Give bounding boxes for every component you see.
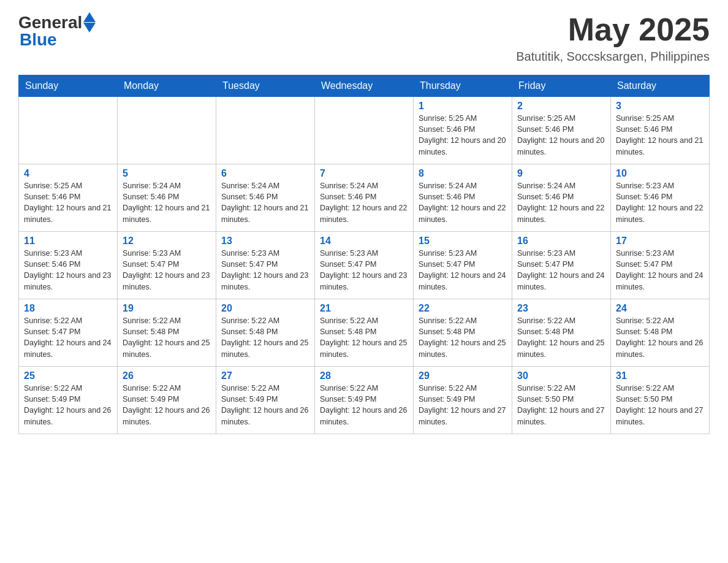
calendar-table: SundayMondayTuesdayWednesdayThursdayFrid… [18,75,710,434]
day-info: Sunrise: 5:23 AM Sunset: 5:47 PM Dayligh… [419,248,507,293]
calendar-cell: 19Sunrise: 5:22 AM Sunset: 5:48 PM Dayli… [118,299,216,367]
day-number: 22 [419,303,507,314]
day-number: 10 [616,168,704,179]
calendar-cell: 20Sunrise: 5:22 AM Sunset: 5:48 PM Dayli… [216,299,315,367]
calendar-cell: 29Sunrise: 5:22 AM Sunset: 5:49 PM Dayli… [414,367,512,434]
day-info: Sunrise: 5:22 AM Sunset: 5:48 PM Dayligh… [616,315,704,360]
day-number: 24 [616,303,704,314]
calendar-cell: 26Sunrise: 5:22 AM Sunset: 5:49 PM Dayli… [118,367,216,434]
calendar-cell: 18Sunrise: 5:22 AM Sunset: 5:47 PM Dayli… [19,299,118,367]
weekday-header-sunday: Sunday [19,75,118,97]
day-number: 2 [517,101,605,112]
day-number: 27 [221,370,309,381]
calendar-row-2: 4Sunrise: 5:25 AM Sunset: 5:46 PM Daylig… [19,164,710,232]
day-info: Sunrise: 5:22 AM Sunset: 5:50 PM Dayligh… [616,383,704,427]
day-info: Sunrise: 5:22 AM Sunset: 5:49 PM Dayligh… [419,383,507,427]
day-info: Sunrise: 5:23 AM Sunset: 5:46 PM Dayligh… [616,180,704,225]
day-number: 5 [123,168,211,179]
calendar-cell: 9Sunrise: 5:24 AM Sunset: 5:46 PM Daylig… [512,164,611,232]
day-number: 7 [320,168,408,179]
calendar-cell [216,97,315,164]
day-number: 8 [419,168,507,179]
day-number: 25 [24,370,112,381]
calendar-cell: 4Sunrise: 5:25 AM Sunset: 5:46 PM Daylig… [19,164,118,232]
day-info: Sunrise: 5:22 AM Sunset: 5:48 PM Dayligh… [123,315,211,360]
calendar-cell: 1Sunrise: 5:25 AM Sunset: 5:46 PM Daylig… [414,97,512,164]
calendar-cell: 8Sunrise: 5:24 AM Sunset: 5:46 PM Daylig… [414,164,512,232]
month-year-title: May 2025 [516,12,710,47]
day-number: 19 [123,303,211,314]
day-number: 20 [221,303,309,314]
calendar-cell: 3Sunrise: 5:25 AM Sunset: 5:46 PM Daylig… [611,97,710,164]
day-number: 28 [320,370,408,381]
day-number: 15 [419,236,507,247]
day-number: 13 [221,236,309,247]
day-number: 30 [517,370,605,381]
day-number: 16 [517,236,605,247]
day-info: Sunrise: 5:22 AM Sunset: 5:47 PM Dayligh… [24,315,112,360]
day-info: Sunrise: 5:22 AM Sunset: 5:49 PM Dayligh… [123,383,211,427]
day-info: Sunrise: 5:23 AM Sunset: 5:46 PM Dayligh… [24,248,112,293]
day-info: Sunrise: 5:25 AM Sunset: 5:46 PM Dayligh… [24,180,112,225]
calendar-row-4: 18Sunrise: 5:22 AM Sunset: 5:47 PM Dayli… [19,299,710,367]
calendar-cell: 2Sunrise: 5:25 AM Sunset: 5:46 PM Daylig… [512,97,611,164]
calendar-cell: 13Sunrise: 5:23 AM Sunset: 5:47 PM Dayli… [216,232,315,299]
location-subtitle: Batutitik, Soccsksargen, Philippines [516,50,710,64]
calendar-cell: 23Sunrise: 5:22 AM Sunset: 5:48 PM Dayli… [512,299,611,367]
calendar-cell: 28Sunrise: 5:22 AM Sunset: 5:49 PM Dayli… [315,367,414,434]
day-info: Sunrise: 5:22 AM Sunset: 5:48 PM Dayligh… [517,315,605,360]
day-number: 14 [320,236,408,247]
day-info: Sunrise: 5:25 AM Sunset: 5:46 PM Dayligh… [616,113,704,158]
logo-blue-text: Blue [20,30,57,50]
day-info: Sunrise: 5:22 AM Sunset: 5:50 PM Dayligh… [517,383,605,427]
day-number: 6 [221,168,309,179]
calendar-cell: 5Sunrise: 5:24 AM Sunset: 5:46 PM Daylig… [118,164,216,232]
day-number: 23 [517,303,605,314]
day-number: 17 [616,236,704,247]
day-number: 4 [24,168,112,179]
calendar-cell: 12Sunrise: 5:23 AM Sunset: 5:47 PM Dayli… [118,232,216,299]
day-number: 3 [616,101,704,112]
calendar-cell [19,97,118,164]
calendar-cell: 22Sunrise: 5:22 AM Sunset: 5:48 PM Dayli… [414,299,512,367]
day-info: Sunrise: 5:22 AM Sunset: 5:49 PM Dayligh… [320,383,408,427]
calendar-cell [315,97,414,164]
calendar-cell: 6Sunrise: 5:24 AM Sunset: 5:46 PM Daylig… [216,164,315,232]
day-info: Sunrise: 5:23 AM Sunset: 5:47 PM Dayligh… [221,248,309,293]
calendar-cell: 30Sunrise: 5:22 AM Sunset: 5:50 PM Dayli… [512,367,611,434]
day-info: Sunrise: 5:25 AM Sunset: 5:46 PM Dayligh… [517,113,605,158]
calendar-cell: 25Sunrise: 5:22 AM Sunset: 5:49 PM Dayli… [19,367,118,434]
calendar-cell: 31Sunrise: 5:22 AM Sunset: 5:50 PM Dayli… [611,367,710,434]
day-number: 18 [24,303,112,314]
calendar-cell: 24Sunrise: 5:22 AM Sunset: 5:48 PM Dayli… [611,299,710,367]
calendar-row-1: 1Sunrise: 5:25 AM Sunset: 5:46 PM Daylig… [19,97,710,164]
day-info: Sunrise: 5:22 AM Sunset: 5:49 PM Dayligh… [221,383,309,427]
day-info: Sunrise: 5:23 AM Sunset: 5:47 PM Dayligh… [320,248,408,293]
logo: General Blue [18,12,96,50]
day-info: Sunrise: 5:24 AM Sunset: 5:46 PM Dayligh… [320,180,408,225]
page-header: General Blue May 2025 Batutitik, Soccsks… [18,12,710,64]
calendar-cell: 10Sunrise: 5:23 AM Sunset: 5:46 PM Dayli… [611,164,710,232]
day-info: Sunrise: 5:25 AM Sunset: 5:46 PM Dayligh… [419,113,507,158]
weekday-header-tuesday: Tuesday [216,75,315,97]
day-number: 31 [616,370,704,381]
day-number: 29 [419,370,507,381]
weekday-header-saturday: Saturday [611,75,710,97]
day-info: Sunrise: 5:22 AM Sunset: 5:49 PM Dayligh… [24,383,112,427]
day-number: 12 [123,236,211,247]
day-info: Sunrise: 5:23 AM Sunset: 5:47 PM Dayligh… [517,248,605,293]
calendar-cell: 14Sunrise: 5:23 AM Sunset: 5:47 PM Dayli… [315,232,414,299]
calendar-cell [118,97,216,164]
calendar-cell: 15Sunrise: 5:23 AM Sunset: 5:47 PM Dayli… [414,232,512,299]
calendar-cell: 27Sunrise: 5:22 AM Sunset: 5:49 PM Dayli… [216,367,315,434]
day-number: 9 [517,168,605,179]
day-info: Sunrise: 5:22 AM Sunset: 5:48 PM Dayligh… [419,315,507,360]
day-info: Sunrise: 5:24 AM Sunset: 5:46 PM Dayligh… [123,180,211,225]
day-info: Sunrise: 5:24 AM Sunset: 5:46 PM Dayligh… [221,180,309,225]
weekday-header-wednesday: Wednesday [315,75,414,97]
calendar-cell: 7Sunrise: 5:24 AM Sunset: 5:46 PM Daylig… [315,164,414,232]
title-block: May 2025 Batutitik, Soccsksargen, Philip… [516,12,710,64]
weekday-header-thursday: Thursday [414,75,512,97]
day-info: Sunrise: 5:23 AM Sunset: 5:47 PM Dayligh… [123,248,211,293]
calendar-cell: 11Sunrise: 5:23 AM Sunset: 5:46 PM Dayli… [19,232,118,299]
